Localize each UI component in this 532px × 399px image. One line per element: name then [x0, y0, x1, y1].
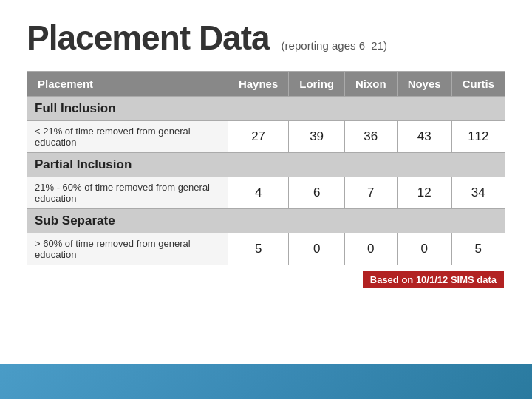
cell-2-3: 0	[397, 233, 451, 265]
cell-1-1: 6	[289, 177, 345, 209]
cell-0-0: 27	[228, 121, 288, 153]
table-row-0: < 21% of time removed from general educa…	[27, 121, 505, 153]
footnote-text: Based on 10/1/12 SIMS data	[363, 271, 504, 288]
cell-2-1: 0	[289, 233, 345, 265]
table-header-row: Placement Haynes Loring Nixon Noyes Curt…	[27, 72, 505, 97]
section-header-2: Sub Separate	[27, 209, 505, 233]
placement-table: Placement Haynes Loring Nixon Noyes Curt…	[27, 71, 505, 265]
col-header-placement: Placement	[27, 72, 228, 97]
page-title-subtitle: (reporting ages 6–21)	[282, 39, 387, 52]
col-header-loring: Loring	[289, 72, 345, 97]
page-title-container: Placement Data (reporting ages 6–21)	[27, 21, 505, 55]
cell-2-0: 5	[228, 233, 288, 265]
col-header-haynes: Haynes	[228, 72, 288, 97]
section-header-0: Full Inclusion	[27, 97, 505, 121]
bottom-decorative-bar	[0, 364, 532, 399]
cell-1-2: 7	[344, 177, 397, 209]
page-title-main: Placement Data	[27, 21, 270, 55]
col-header-nixon: Nixon	[344, 72, 397, 97]
cell-0-1: 39	[289, 121, 345, 153]
cell-1-3: 12	[397, 177, 451, 209]
cell-1-4: 34	[451, 177, 505, 209]
section-header-1: Partial Inclusion	[27, 153, 505, 177]
cell-1-0: 4	[228, 177, 288, 209]
main-content: Placement Data (reporting ages 6–21) Pla…	[0, 0, 532, 303]
cell-2-2: 0	[344, 233, 397, 265]
cell-0-4: 112	[451, 121, 505, 153]
table-row-1: 21% - 60% of time removed from general e…	[27, 177, 505, 209]
cell-0-3: 43	[397, 121, 451, 153]
footnote-container: Based on 10/1/12 SIMS data	[27, 271, 505, 288]
table-row-2: > 60% of time removed from general educa…	[27, 233, 505, 265]
col-header-noyes: Noyes	[397, 72, 451, 97]
cell-2-4: 5	[451, 233, 505, 265]
cell-0-2: 36	[344, 121, 397, 153]
col-header-curtis: Curtis	[451, 72, 505, 97]
